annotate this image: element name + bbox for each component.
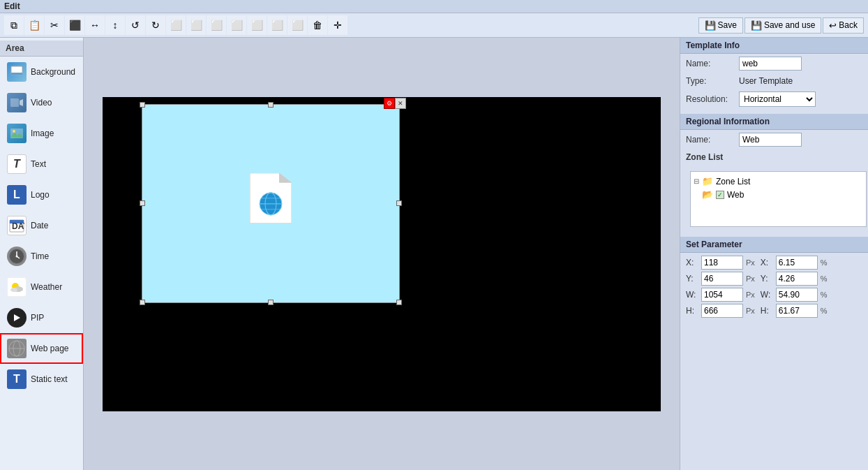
collapse-icon[interactable]: ⊟ [694,177,699,185]
edit-header: Edit [4,1,20,11]
resolution-label: Resolution: [686,94,735,104]
sidebar-item-statictext[interactable]: T Static text [0,364,83,395]
handle-mr[interactable] [396,200,402,206]
zone-list-area: ⊟ 📁 Zone List 📂 ✓ Web [690,171,867,227]
handle-tc[interactable] [268,102,274,108]
toolbar-btn-15[interactable]: ⬜ [287,15,307,35]
y-pct-input[interactable] [776,272,818,286]
sidebar-item-logo[interactable]: L Logo [0,179,83,210]
time-icon [7,247,27,266]
toolbar-btn-9[interactable]: ⬜ [166,15,186,35]
x-pct-input[interactable] [776,256,818,270]
template-info-header: Template Info [680,38,868,54]
zone-list-child-row[interactable]: 📂 ✓ Web [694,188,863,201]
h-pct-label: H: [761,306,773,316]
sidebar-item-webpage[interactable]: Web page [0,333,83,364]
sidebar-item-video[interactable]: Video [0,87,83,118]
sidebar-item-time[interactable]: Time [0,241,83,272]
x-px-unit: Px [746,258,755,267]
sidebar-item-label-date: Date [31,221,48,230]
toolbar-btn-7[interactable]: ↺ [126,15,145,35]
toolbar-btn-6[interactable]: ↕ [105,15,125,35]
video-icon [7,93,27,112]
toolbar-btn-3[interactable]: ✂ [45,15,64,35]
date-icon: DATE [7,216,27,235]
y-px-input[interactable] [701,272,743,286]
sidebar: Area Background Video Image [0,38,84,470]
toolbar-btn-5[interactable]: ↔ [85,15,105,35]
weather-icon [7,277,27,297]
regional-name-label: Name: [686,135,735,145]
zone-child-checkbox[interactable]: ✓ [716,191,724,199]
h-px-unit: Px [746,307,755,315]
save-and-use-button[interactable]: 💾 Save and use [744,17,821,34]
image-icon [7,124,27,143]
sidebar-item-label-webpage: Web page [31,344,69,353]
sidebar-item-label-pip: PIP [31,313,44,323]
x-px-label: X: [686,258,698,267]
back-button[interactable]: ↩ Back [823,17,864,34]
folder-icon-child: 📂 [702,189,713,200]
regional-info-header: Regional Information [680,114,868,130]
sidebar-item-background[interactable]: Background [0,57,83,87]
sidebar-item-label-text: Text [31,159,46,169]
x-px-input[interactable] [701,256,743,270]
sidebar-item-pip[interactable]: PIP [0,302,83,333]
toolbar-btn-17[interactable]: ✛ [328,15,347,35]
w-px-label: W: [686,290,698,300]
handle-bl[interactable] [140,300,145,305]
svg-text:DATE: DATE [12,221,24,231]
region-close-button[interactable]: ✕ [395,98,406,109]
handle-tl[interactable] [140,102,145,108]
sidebar-item-text[interactable]: T Text [0,149,83,179]
h-px-label: H: [686,306,698,316]
toolbar: ⧉ 📋 ✂ ⬛ ↔ ↕ ↺ ↻ ⬜ ⬜ ⬜ ⬜ ⬜ ⬜ ⬜ 🗑 ✛ 💾 [0,13,868,37]
toolbar-btn-1[interactable]: ⧉ [4,15,24,35]
svg-point-17 [10,288,17,292]
web-region[interactable]: ⚙ ✕ [142,104,400,303]
w-px-unit: Px [746,291,755,299]
template-name-input[interactable] [739,57,802,71]
regional-name-input[interactable] [739,133,802,147]
zone-child-label: Web [727,190,744,200]
zone-root-label: Zone List [716,177,750,186]
save-button[interactable]: 💾 Save [698,17,743,34]
w-pct-input[interactable] [776,288,818,302]
h-px-input[interactable] [701,304,743,318]
pip-icon [7,308,27,328]
toolbar-btn-2[interactable]: 📋 [24,15,44,35]
toolbar-btn-13[interactable]: ⬜ [247,15,267,35]
sidebar-item-date[interactable]: DATE Date [0,210,83,241]
handle-br[interactable] [396,300,402,305]
back-icon: ↩ [829,20,837,31]
sidebar-item-label-background: Background [31,67,75,77]
name-label: Name: [686,59,735,68]
sidebar-item-weather[interactable]: Weather [0,272,83,302]
w-px-input[interactable] [701,288,743,302]
sidebar-item-image[interactable]: Image [0,118,83,149]
toolbar-btn-16[interactable]: 🗑 [308,15,327,35]
logo-icon: L [7,185,27,205]
h-pct-unit: % [821,307,828,315]
sidebar-item-label-statictext: Static text [31,374,68,384]
toolbar-btn-10[interactable]: ⬜ [186,15,206,35]
toolbar-btn-8[interactable]: ↻ [146,15,165,35]
toolbar-btn-14[interactable]: ⬜ [267,15,287,35]
svg-point-14 [16,256,18,258]
region-settings-button[interactable]: ⚙ [384,98,395,109]
h-pct-input[interactable] [776,304,818,318]
toolbar-btn-11[interactable]: ⬜ [207,15,226,35]
resolution-select[interactable]: Horizontal Vertical [739,91,816,107]
zone-list-label: Zone List [686,152,723,162]
toolbar-btn-12[interactable]: ⬜ [227,15,246,35]
x-pct-label: X: [761,258,773,267]
set-parameter-header: Set Parameter [680,237,868,253]
zone-list-root-row[interactable]: ⊟ 📁 Zone List [694,175,863,188]
toolbar-btn-4[interactable]: ⬛ [65,15,84,35]
y-px-unit: Px [746,274,755,283]
y-pct-unit: % [821,274,828,283]
sidebar-item-label-weather: Weather [31,282,62,292]
canvas-bg[interactable]: ⚙ ✕ [103,97,661,411]
handle-ml[interactable] [140,200,145,206]
handle-bc[interactable] [268,300,274,305]
